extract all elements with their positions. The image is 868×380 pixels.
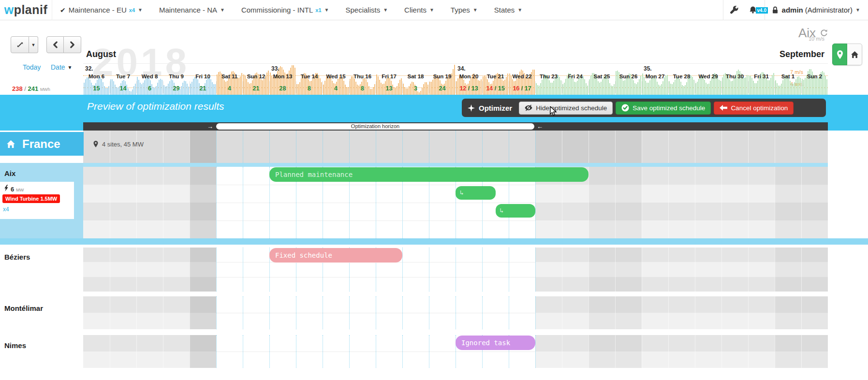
- day-number: 21: [243, 85, 269, 92]
- optimization-horizon-strip: → Optimization horizon ←: [83, 122, 828, 131]
- day-label: Fri 17: [376, 73, 402, 79]
- day-tick: [456, 81, 456, 93]
- day-tick: [562, 81, 562, 93]
- day-label: Thu 16: [349, 73, 376, 79]
- menu-specialists[interactable]: Specialists▼: [345, 6, 388, 14]
- day-tick: [429, 81, 429, 93]
- chevron-down-icon: ▼: [220, 7, 225, 13]
- task-bar[interactable]: Fixed schedule: [269, 248, 402, 263]
- day-number: 6: [136, 85, 163, 92]
- site-info-aix: 6MW Wind Turbine 1.5MW x4: [0, 182, 74, 219]
- menu-maintenance-eu[interactable]: ✔Maintenance - EUx4▼: [60, 6, 143, 14]
- day-label: Tue 21: [482, 73, 509, 79]
- day-number: 3: [402, 85, 429, 92]
- day-label: Wed 15: [323, 73, 349, 79]
- day-tick: [668, 81, 669, 93]
- menu-types[interactable]: Types▼: [451, 6, 478, 14]
- day-label: Fri 24: [562, 73, 588, 79]
- day-tick: [136, 81, 137, 93]
- day-tick: [721, 81, 722, 93]
- nav-right: v4.0 admin (Administrator) ▼: [723, 0, 868, 20]
- menu-clients[interactable]: Clients▼: [404, 6, 434, 14]
- app-logo[interactable]: wplanif: [0, 0, 52, 20]
- home-view-button[interactable]: [847, 44, 862, 65]
- calendar-header: ▼ Today Date ▼ 238 / 241 MWh 2018 August…: [0, 21, 868, 94]
- chevron-down-icon: ▼: [473, 7, 478, 13]
- region-header-france[interactable]: France: [0, 132, 84, 156]
- optimizer-panel: Optimizer Hide optimized schedule Save o…: [462, 99, 826, 117]
- day-label: Wed 8: [136, 73, 163, 79]
- menu-label: States: [494, 6, 515, 14]
- main-menu: ✔Maintenance - EUx4▼Maintenance - NA▼Com…: [60, 6, 539, 14]
- turbine-type-badge[interactable]: Wind Turbine 1.5MW: [2, 194, 60, 203]
- user-menu[interactable]: admin (Administrator) ▼: [765, 6, 868, 14]
- cancel-button-label: Cancel optimization: [731, 104, 788, 112]
- chevron-down-icon: ▼: [429, 7, 434, 13]
- hide-optimized-schedule-button[interactable]: Hide optimized schedule: [519, 102, 613, 115]
- chevron-down-icon: ▼: [138, 7, 143, 13]
- day-tick: [642, 81, 642, 93]
- day-tick: [695, 81, 695, 93]
- day-tick: [402, 81, 403, 93]
- turbine-count[interactable]: x4: [3, 206, 9, 213]
- day-label: Thu 30: [721, 73, 748, 79]
- optimizer-star-icon: [468, 104, 475, 112]
- day-tick: [216, 81, 217, 93]
- menu-label: Specialists: [345, 6, 380, 14]
- site-label-beziers[interactable]: Béziers: [4, 253, 30, 261]
- day-label: Sun 26: [615, 73, 642, 79]
- site-label-nimes[interactable]: Nimes: [4, 341, 26, 350]
- menu-maintenance-na[interactable]: Maintenance - NA▼: [159, 6, 225, 14]
- day-tick: [323, 81, 323, 93]
- horizon-start-handle[interactable]: →: [207, 122, 213, 131]
- day-tick: [801, 81, 802, 93]
- task-bar[interactable]: ↳: [496, 204, 536, 218]
- day-label: Sun 19: [429, 73, 456, 79]
- day-label: Thu 23: [535, 73, 562, 79]
- map-view-buttons: [832, 44, 862, 65]
- user-name: admin: [782, 6, 803, 14]
- day-tick: [190, 81, 190, 93]
- day-tick: [376, 81, 376, 93]
- task-bar[interactable]: ↳: [456, 186, 496, 200]
- day-tick: [588, 81, 589, 93]
- notifications-bell-icon[interactable]: v4.0: [745, 6, 765, 14]
- top-nav: wplanif ✔Maintenance - EUx4▼Maintenance …: [0, 0, 868, 20]
- day-tick: [296, 81, 296, 93]
- day-label: Mon 13: [269, 73, 296, 79]
- location-pin-icon: [836, 50, 844, 59]
- day-label: Mon 20: [456, 73, 482, 79]
- home-icon: [6, 140, 15, 148]
- day-tick: [482, 81, 483, 93]
- wrench-icon[interactable]: [723, 6, 745, 14]
- banner-title: Preview of optimization results: [87, 101, 224, 112]
- site-label-aix[interactable]: Aix: [4, 169, 15, 177]
- menu-commissioning-intl[interactable]: Commissioning - INTLx1▼: [241, 6, 329, 14]
- arrow-left-icon: [720, 105, 727, 111]
- day-label: Wed 29: [695, 73, 721, 79]
- day-number: 8: [349, 85, 376, 92]
- cancel-optimization-button[interactable]: Cancel optimization: [714, 102, 794, 115]
- site-power: 6MW: [4, 185, 24, 193]
- optimization-horizon-pill[interactable]: Optimization horizon: [216, 123, 534, 130]
- menu-label: Commissioning - INTL: [241, 6, 313, 14]
- location-pin-button[interactable]: [832, 44, 847, 65]
- group-separator-band: [0, 238, 868, 245]
- save-optimized-schedule-button[interactable]: Save optimized schedule: [616, 102, 711, 115]
- site-label-montelimar[interactable]: Montélimar: [4, 304, 43, 312]
- eye-slash-icon: [525, 104, 532, 111]
- task-bar[interactable]: Ignored task: [456, 336, 535, 350]
- day-label: Tue 14: [296, 73, 323, 79]
- horizon-end-handle[interactable]: ←: [537, 122, 543, 131]
- day-label: Wed 22: [509, 73, 535, 79]
- optimizer-label: Optimizer: [468, 104, 512, 112]
- check-icon: ✔: [60, 6, 66, 14]
- day-label: Mon 6: [83, 73, 110, 79]
- day-label: Tue 7: [110, 73, 136, 79]
- task-bar[interactable]: Planned maintenance: [269, 167, 588, 182]
- menu-states[interactable]: States▼: [494, 6, 522, 14]
- version-badge: v4.0: [756, 7, 768, 14]
- day-tick: [775, 81, 775, 93]
- wplanif-app: wplanif ✔Maintenance - EUx4▼Maintenance …: [0, 0, 868, 380]
- region-summary: 4 sites, 45 MW: [93, 140, 144, 148]
